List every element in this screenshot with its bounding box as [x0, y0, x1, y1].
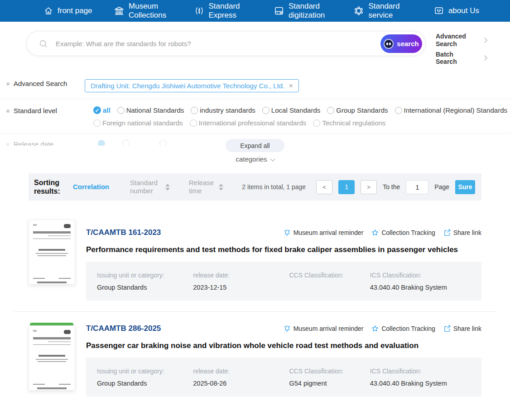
express-icon: [194, 5, 205, 16]
sort-arrows-icon: [219, 184, 223, 191]
standard-details-panel: Issuing unit or category: Group Standard…: [86, 358, 481, 396]
radio-national-standards[interactable]: National Standards: [117, 106, 184, 114]
service-gear-icon: [353, 5, 364, 16]
nav-item-standard-service[interactable]: Standard service: [353, 2, 412, 19]
radio-icon: [122, 140, 130, 146]
to-the-label: To the: [383, 183, 400, 191]
categories-toggle[interactable]: categories: [0, 155, 510, 163]
prev-page-button[interactable]: <: [316, 180, 332, 194]
radio-foreign-national-standards[interactable]: Foreign national standards: [93, 119, 183, 127]
sort-standard-number[interactable]: Standard number: [130, 179, 170, 195]
search-icon: [38, 39, 48, 51]
radio-local-standards[interactable]: Local Standards: [262, 106, 320, 114]
cover-logo: [64, 330, 71, 334]
results-list: in force T/CAAMTB 161-2023 Museum arriva…: [29, 200, 481, 396]
release-date-value: 2025-08-26: [193, 380, 289, 387]
release-date-label: release date:: [193, 272, 289, 279]
current-page-button[interactable]: 1: [338, 180, 355, 194]
issuing-unit-value: Group Standards: [97, 284, 193, 291]
bullet-icon: [6, 143, 10, 146]
divider: [0, 99, 510, 99]
filter-tag-text: Drafting Unit: Chengdu Jishiwei Automoti…: [91, 82, 284, 90]
museum-arrival-reminder-link[interactable]: Museum arrival reminder: [283, 229, 364, 237]
standard-code-link[interactable]: T/CAAMTB 161-2023: [86, 228, 161, 237]
radio-icon: [262, 107, 269, 114]
result-item: in force T/CAAMTB 161-2023 Museum arriva…: [29, 200, 481, 312]
radio-international-professional-standards[interactable]: International professional standards: [190, 119, 307, 127]
share-icon-link[interactable]: Share link: [443, 229, 481, 237]
advanced-search-filter-label: Advanced Search: [14, 79, 80, 87]
standard-level-options: ✓ all National Standards industry standa…: [93, 106, 507, 127]
nav-item-about-us[interactable]: about Us: [433, 5, 479, 16]
search-input[interactable]: [56, 40, 375, 48]
page-number-input[interactable]: [406, 180, 428, 194]
radio-icon: [395, 107, 402, 114]
sorting-results-label: Sorting results:: [34, 178, 66, 196]
filter-expand-zone: Release date Expand all categories: [0, 138, 510, 167]
radio-icon: [93, 119, 101, 127]
robot-icon: [384, 39, 394, 49]
categories-label: categories: [236, 155, 267, 163]
next-page-button[interactable]: >: [361, 180, 377, 194]
pagination-summary: 2 items in total, 1 page: [242, 183, 306, 191]
radio-technical-regulations[interactable]: Technical regulations: [313, 119, 385, 127]
share-icon: [443, 325, 451, 333]
standard-title-link[interactable]: Performance requirements and test method…: [86, 245, 481, 254]
radio-icon: [98, 140, 105, 146]
collection-tracking-link[interactable]: Collection Tracking: [371, 325, 435, 333]
issuing-unit-label: Issuing unit or category:: [97, 272, 193, 279]
radio-icon: [117, 107, 125, 114]
sort-arrows-icon: [165, 184, 170, 191]
advanced-search-label: Advanced Search: [436, 33, 471, 48]
star-icon: [371, 229, 379, 237]
nav-item-museum-collections[interactable]: Museum Collections: [114, 2, 172, 19]
nav-label: Standard service: [368, 2, 412, 19]
standard-level-label: Standard level: [14, 106, 80, 115]
batch-search-link[interactable]: Batch Search: [436, 51, 486, 66]
museum-arrival-reminder-link[interactable]: Museum arrival reminder: [283, 325, 364, 333]
standard-cover-thumbnail[interactable]: [29, 220, 75, 285]
top-navigation: front page Museum Collections Standard E…: [0, 0, 510, 22]
ics-classification-label: ICS Classification:: [370, 368, 481, 375]
release-date-filter-row-clipped: Release date: [0, 140, 190, 146]
search-box: search: [26, 31, 426, 56]
advanced-search-filter-row: Advanced Search Drafting Unit: Chengdu J…: [0, 79, 510, 92]
share-icon-link[interactable]: Share link: [443, 325, 481, 333]
ccs-classification-label: CCS Classification:: [289, 272, 370, 279]
radio-icon: [190, 119, 197, 127]
radio-group-standards[interactable]: Group Standards: [327, 106, 388, 114]
expand-all-button[interactable]: Expand all: [226, 139, 284, 152]
confirm-page-button[interactable]: Sure: [455, 180, 475, 194]
radio-all[interactable]: ✓ all: [93, 106, 111, 114]
ics-classification-value: 43.040.40 Braking System: [370, 284, 481, 291]
standard-title-link[interactable]: Passenger car braking noise and vibratio…: [86, 341, 481, 350]
collection-tracking-link[interactable]: Collection Tracking: [371, 229, 435, 237]
digitization-icon: [274, 5, 284, 16]
release-date-value: 2023-12-15: [193, 284, 289, 291]
divider: [0, 133, 510, 134]
search-button[interactable]: search: [380, 34, 422, 53]
radio-international-regional-standards[interactable]: International (Regional) Standards: [395, 106, 507, 114]
radio-industry-standards[interactable]: industry standards: [191, 106, 255, 114]
nav-label: front page: [58, 6, 92, 15]
level-options-row1: ✓ all National Standards industry standa…: [93, 106, 507, 114]
standard-details-panel: Issuing unit or category: Group Standard…: [86, 262, 481, 301]
bullet-icon: [6, 82, 10, 86]
ccs-classification-value: G54 pigment: [289, 380, 370, 387]
close-icon[interactable]: ×: [289, 82, 293, 90]
standard-code-link[interactable]: T/CAAMTB 286-2025: [86, 324, 161, 333]
chevron-right-icon: [482, 56, 487, 61]
advanced-search-link[interactable]: Advanced Search: [436, 33, 486, 48]
chevron-right-icon: [482, 38, 487, 43]
nav-item-standard-express[interactable]: Standard Express: [194, 2, 252, 19]
nav-item-standard-digitization[interactable]: Standard digitization: [274, 2, 332, 19]
sort-release-time[interactable]: Release time: [189, 179, 223, 195]
ccs-classification-value: [289, 284, 370, 291]
nav-label: Standard Express: [209, 2, 252, 19]
sort-correlation[interactable]: Correlation: [73, 183, 109, 191]
drafting-unit-filter-tag[interactable]: Drafting Unit: Chengdu Jishiwei Automoti…: [85, 79, 299, 92]
bell-icon: [283, 229, 291, 237]
bell-icon: [283, 325, 291, 333]
nav-item-front-page[interactable]: front page: [43, 6, 92, 16]
standard-cover-thumbnail[interactable]: [29, 325, 75, 391]
